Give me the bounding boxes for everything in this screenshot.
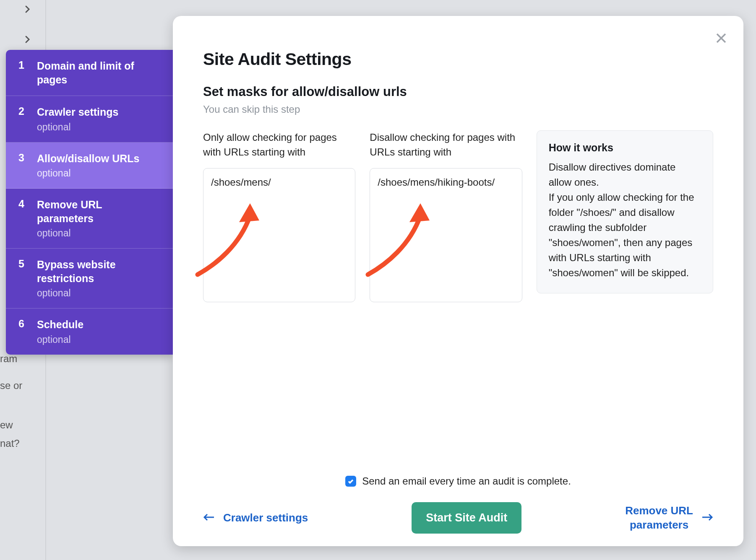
step-domain-limit[interactable]: 1 Domain and limit of pages (6, 50, 173, 96)
step-title: Bypass website restrictions (37, 258, 161, 285)
step-optional-label: optional (37, 288, 161, 299)
bg-text: ew (0, 419, 13, 431)
settings-modal: Site Audit Settings Set masks for allow/… (173, 16, 743, 546)
step-number: 3 (18, 152, 28, 164)
skip-hint: You can skip this step (203, 104, 713, 115)
step-number: 1 (18, 59, 28, 71)
start-site-audit-button[interactable]: Start Site Audit (412, 502, 521, 534)
step-schedule[interactable]: 6 Schedule optional (6, 309, 173, 355)
step-number: 2 (18, 105, 28, 117)
arrow-left-icon (203, 511, 215, 524)
email-checkbox-label: Send an email every time an audit is com… (362, 475, 571, 487)
next-button[interactable]: Remove URL parameters (625, 504, 713, 532)
section-title: Set masks for allow/disallow urls (203, 84, 713, 99)
allow-column: Only allow checking for pages with URLs … (203, 130, 355, 302)
next-button-label: Remove URL (625, 504, 693, 518)
step-title: Crawler settings (37, 105, 119, 119)
step-allow-disallow-urls[interactable]: 3 Allow/disallow URLs optional (6, 143, 173, 189)
step-title: Allow/disallow URLs (37, 152, 139, 166)
step-crawler-settings[interactable]: 2 Crawler settings optional (6, 96, 173, 143)
bg-text: ram (0, 353, 17, 365)
disallow-column: Disallow checking for pages with URLs st… (370, 130, 522, 302)
wizard-steps-sidebar: 1 Domain and limit of pages 2 Crawler se… (6, 50, 173, 355)
step-title: Remove URL parameters (37, 198, 161, 225)
chevron-right-icon (23, 4, 32, 16)
bg-text: nat? (0, 438, 20, 450)
bg-text: se or (0, 380, 22, 392)
modal-title: Site Audit Settings (203, 49, 713, 69)
allow-label: Only allow checking for pages with URLs … (203, 130, 355, 161)
step-number: 4 (18, 198, 28, 210)
next-button-label: parameters (625, 518, 693, 532)
email-checkbox[interactable] (345, 476, 356, 487)
how-it-works-panel: How it works Disallow directives dominat… (537, 130, 713, 293)
back-button-label: Crawler settings (223, 511, 308, 524)
step-remove-url-parameters[interactable]: 4 Remove URL parameters optional (6, 189, 173, 249)
step-number: 5 (18, 258, 28, 270)
info-paragraph: Disallow directives dominate allow ones. (549, 160, 701, 190)
step-optional-label: optional (37, 122, 119, 133)
arrow-right-icon (701, 511, 713, 524)
step-optional-label: optional (37, 228, 161, 239)
step-optional-label: optional (37, 168, 139, 179)
close-button[interactable] (715, 32, 727, 46)
step-title: Schedule (37, 318, 83, 332)
step-title: Domain and limit of pages (37, 59, 161, 86)
back-button[interactable]: Crawler settings (203, 511, 308, 524)
disallow-urls-input[interactable] (370, 168, 522, 302)
allow-urls-input[interactable] (203, 168, 355, 302)
disallow-label: Disallow checking for pages with URLs st… (370, 130, 522, 161)
info-title: How it works (549, 142, 701, 154)
info-paragraph: If you only allow checking for the folde… (549, 190, 701, 280)
step-number: 6 (18, 318, 28, 330)
modal-footer: Send an email every time an audit is com… (203, 463, 713, 534)
chevron-right-icon (23, 34, 32, 47)
step-bypass-restrictions[interactable]: 5 Bypass website restrictions optional (6, 249, 173, 309)
step-optional-label: optional (37, 334, 83, 345)
